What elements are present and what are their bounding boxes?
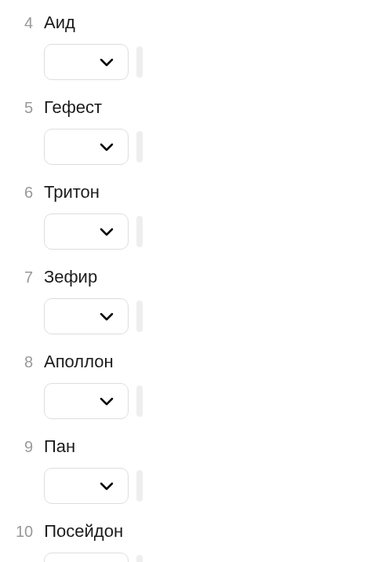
- question-header: 10Посейдон: [16, 521, 376, 542]
- question-number: 5: [16, 99, 33, 117]
- answer-dropdown[interactable]: [44, 213, 129, 250]
- chevron-down-icon: [100, 482, 114, 491]
- question-item: 9Пан: [16, 436, 376, 504]
- drag-handle[interactable]: [136, 216, 143, 247]
- question-header: 9Пан: [16, 436, 376, 457]
- drag-handle[interactable]: [136, 470, 143, 502]
- dropdown-row: [44, 298, 376, 334]
- answer-dropdown[interactable]: [44, 298, 129, 334]
- answer-dropdown[interactable]: [44, 383, 129, 419]
- dropdown-row: [44, 383, 376, 419]
- dropdown-row: [44, 213, 376, 250]
- dropdown-row: [44, 44, 376, 80]
- drag-handle[interactable]: [136, 46, 143, 78]
- drag-handle[interactable]: [136, 131, 143, 162]
- chevron-down-icon: [100, 143, 114, 151]
- question-number: 10: [16, 523, 33, 541]
- question-item: 7Зефир: [16, 267, 376, 334]
- question-item: 4Аид: [16, 13, 376, 80]
- question-number: 8: [16, 353, 33, 371]
- dropdown-row: [44, 553, 376, 562]
- question-number: 6: [16, 184, 33, 202]
- question-label: Тритон: [44, 182, 100, 203]
- question-header: 7Зефир: [16, 267, 376, 287]
- question-item: 5Гефест: [16, 97, 376, 165]
- question-number: 7: [16, 268, 33, 286]
- question-label: Гефест: [44, 97, 102, 118]
- answer-dropdown[interactable]: [44, 553, 129, 562]
- question-item: 8Аполлон: [16, 352, 376, 419]
- dropdown-row: [44, 129, 376, 165]
- question-label: Посейдон: [44, 521, 123, 542]
- answer-dropdown[interactable]: [44, 468, 129, 504]
- question-item: 6Тритон: [16, 182, 376, 250]
- drag-handle[interactable]: [136, 301, 143, 332]
- question-label: Пан: [44, 436, 75, 457]
- question-header: 5Гефест: [16, 97, 376, 118]
- question-header: 8Аполлон: [16, 352, 376, 372]
- question-item: 10Посейдон: [16, 521, 376, 562]
- question-header: 4Аид: [16, 13, 376, 33]
- question-list: 4Аид5Гефест6Тритон7Зефир8Аполлон9Пан10По…: [16, 13, 376, 562]
- chevron-down-icon: [100, 312, 114, 321]
- chevron-down-icon: [100, 228, 114, 236]
- chevron-down-icon: [100, 397, 114, 406]
- question-header: 6Тритон: [16, 182, 376, 203]
- drag-handle[interactable]: [136, 555, 143, 562]
- question-label: Зефир: [44, 267, 97, 287]
- chevron-down-icon: [100, 58, 114, 67]
- answer-dropdown[interactable]: [44, 129, 129, 165]
- answer-dropdown[interactable]: [44, 44, 129, 80]
- question-number: 9: [16, 438, 33, 456]
- dropdown-row: [44, 468, 376, 504]
- drag-handle[interactable]: [136, 385, 143, 417]
- question-label: Аид: [44, 13, 75, 33]
- question-label: Аполлон: [44, 352, 114, 372]
- question-number: 4: [16, 14, 33, 32]
